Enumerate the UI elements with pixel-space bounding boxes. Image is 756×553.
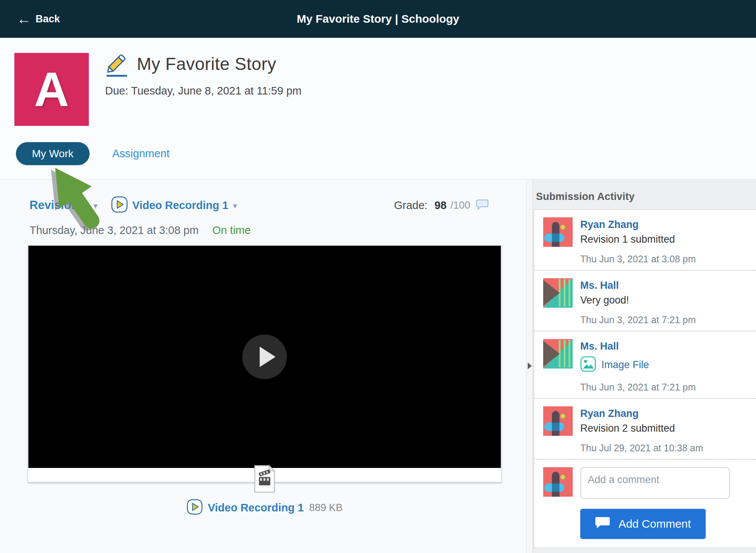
avatar [543, 217, 573, 247]
recording-label: Video Recording 1 [132, 199, 228, 212]
comment-compose-row [534, 460, 756, 499]
assignment-title-block: My Favorite Story Due: Tuesday, June 8, … [105, 54, 302, 97]
content-row: Revision 1 ▾ Video Recording 1 ▾ Grade: [0, 180, 756, 553]
activity-timestamp: Thu Jun 3, 2021 at 7:21 pm [580, 382, 696, 393]
attachment-link[interactable]: Video Recording 1 [208, 502, 304, 514]
activity-user-link[interactable]: Ms. Hall [580, 280, 696, 291]
activity-timestamp: Thu Jun 3, 2021 at 7:21 pm [580, 314, 696, 325]
chevron-down-icon: ▾ [233, 201, 237, 211]
avatar [543, 339, 573, 369]
avatar [543, 278, 573, 308]
activity-text: Revision 1 submitted [580, 234, 696, 245]
activity-user-link[interactable]: Ms. Hall [580, 341, 696, 352]
add-comment-button[interactable]: Add Comment [580, 509, 706, 539]
submitted-timestamp: Thursday, June 3, 2021 at 3:08 pm [29, 224, 199, 237]
schoology-assignment-page: ← Back My Favorite Story | Schoology A [0, 0, 756, 553]
grade-score: 98 [434, 199, 446, 212]
avatar [543, 467, 573, 497]
attachment-row: Video Recording 1 889 KB [28, 499, 502, 516]
activity-feed: Ryan Zhang Revision 1 submitted Thu Jun … [534, 209, 756, 548]
assignment-title: My Favorite Story [137, 54, 276, 74]
submission-date-row: Thursday, June 3, 2021 at 3:08 pm On tim… [0, 214, 526, 237]
activity-timestamp: Thu Jun 3, 2021 at 3:08 pm [580, 254, 696, 265]
grade-total: /100 [450, 200, 470, 211]
comment-input[interactable] [580, 467, 730, 499]
image-file-label: Image File [601, 359, 649, 371]
activity-timestamp: Thu Jul 29, 2021 at 10:38 am [580, 443, 703, 454]
revision-dropdown[interactable]: Revision 1 ▾ [29, 198, 98, 212]
image-file-icon [580, 356, 596, 373]
submission-header-row: Revision 1 ▾ Video Recording 1 ▾ Grade: [0, 180, 526, 214]
video-play-icon [111, 196, 128, 214]
assignment-thumbnail-letter: A [34, 62, 69, 117]
top-bar: ← Back My Favorite Story | Schoology [0, 0, 756, 38]
window-title: My Favorite Story | Schoology [0, 12, 756, 25]
collapse-handle-icon[interactable] [528, 362, 532, 369]
avatar [543, 406, 573, 436]
image-file-link[interactable]: Image File [580, 356, 696, 373]
video-play-icon [187, 499, 203, 516]
video-file-icon[interactable] [254, 465, 276, 495]
activity-text: Very good! [580, 294, 696, 306]
submission-activity-sidebar: Submission Activity Ryan Zhang Revision … [533, 180, 756, 553]
play-button[interactable] [242, 335, 287, 379]
tab-my-work[interactable]: My Work [16, 142, 90, 165]
pencil-icon [105, 54, 129, 79]
activity-user-link[interactable]: Ryan Zhang [580, 219, 696, 231]
video-card [28, 245, 502, 482]
grade-block: Grade: 98 /100 [394, 199, 489, 212]
activity-text: Revision 2 submitted [580, 423, 703, 434]
grade-label: Grade: [394, 199, 428, 212]
activity-user-link[interactable]: Ryan Zhang [580, 408, 703, 420]
attachment-size: 889 KB [309, 502, 343, 514]
submission-panel: Revision 1 ▾ Video Recording 1 ▾ Grade: [0, 180, 526, 553]
comment-bubble-icon [595, 516, 610, 532]
tab-assignment[interactable]: Assignment [112, 147, 170, 160]
due-date: Due: Tuesday, June 8, 2021 at 11:59 pm [105, 85, 302, 97]
assignment-header: A My Favorite Story Due: Tuesday, June [0, 38, 756, 180]
sidebar-splitter[interactable] [526, 180, 533, 553]
chevron-down-icon: ▾ [93, 201, 98, 211]
grade-comment-icon[interactable] [476, 199, 488, 212]
tabs: My Work Assignment [16, 142, 170, 165]
add-comment-label: Add Comment [618, 517, 691, 530]
recording-dropdown[interactable]: Video Recording 1 ▾ [111, 196, 237, 214]
activity-item: Ryan Zhang Revision 2 submitted Thu Jul … [534, 399, 756, 460]
status-badge: On time [212, 224, 251, 237]
sidebar-title: Submission Activity [536, 191, 756, 203]
activity-item: Ms. Hall Very good! Thu Jun 3, 2021 at 7… [534, 271, 756, 331]
activity-item: Ryan Zhang Revision 1 submitted Thu Jun … [534, 210, 756, 271]
revision-label: Revision 1 [29, 198, 88, 212]
video-player[interactable] [28, 246, 501, 468]
assignment-thumbnail: A [14, 53, 89, 126]
activity-item: Ms. Hall Image File Thu Jun [534, 331, 756, 399]
